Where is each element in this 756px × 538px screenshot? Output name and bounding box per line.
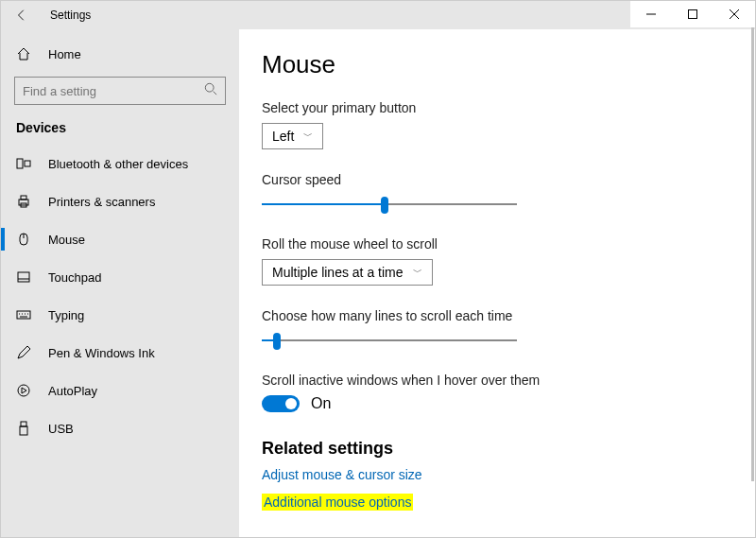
scroll-mode-value: Multiple lines at a time (272, 265, 404, 280)
cursor-speed-slider[interactable] (262, 195, 517, 214)
slider-thumb[interactable] (381, 197, 388, 214)
sidebar-item-mouse[interactable]: Mouse (1, 220, 239, 258)
sidebar-item-label: Typing (48, 308, 84, 322)
svg-rect-20 (21, 422, 26, 426)
mouse-icon (16, 232, 31, 247)
sidebar-item-keyboard[interactable]: Typing (1, 296, 239, 334)
close-button[interactable] (713, 1, 755, 27)
svg-rect-11 (18, 272, 29, 282)
window-title: Settings (50, 9, 91, 22)
sidebar: Home Devices Bluetooth & other devicesPr… (1, 29, 239, 537)
svg-point-19 (18, 385, 29, 396)
search-input[interactable] (23, 84, 204, 98)
sidebar-item-label: AutoPlay (48, 384, 97, 398)
slider-thumb[interactable] (273, 333, 281, 350)
toggle-track (262, 395, 300, 412)
svg-rect-21 (20, 426, 27, 435)
scroll-mode-dropdown[interactable]: Multiple lines at a time ﹀ (262, 259, 433, 286)
svg-rect-13 (17, 311, 30, 319)
toggle-state-text: On (311, 395, 331, 412)
chevron-down-icon: ﹀ (303, 130, 313, 143)
sidebar-item-autoplay[interactable]: AutoPlay (1, 372, 239, 409)
primary-button-value: Left (272, 129, 294, 144)
home-icon (16, 46, 31, 61)
search-icon (204, 82, 217, 99)
content-area: Mouse Select your primary button Left ﹀ … (239, 29, 755, 537)
scroll-lines-slider[interactable] (262, 331, 517, 350)
page-title: Mouse (262, 50, 755, 79)
bluetooth-devices-icon (16, 156, 31, 171)
maximize-button[interactable] (672, 1, 713, 27)
svg-rect-4 (17, 159, 23, 168)
sidebar-item-usb[interactable]: USB (1, 409, 239, 447)
svg-rect-5 (25, 161, 30, 166)
settings-window: Settings Home (0, 0, 756, 538)
vertical-scrollbar[interactable] (751, 27, 754, 481)
inactive-scroll-label: Scroll inactive windows when I hover ove… (262, 373, 755, 388)
minimize-button[interactable] (630, 1, 672, 27)
related-settings-header: Related settings (262, 439, 755, 459)
svg-rect-1 (689, 10, 697, 19)
cursor-speed-label: Cursor speed (262, 172, 755, 187)
chevron-down-icon: ﹀ (413, 266, 422, 279)
keyboard-icon (16, 307, 31, 322)
sidebar-item-bluetooth-devices[interactable]: Bluetooth & other devices (1, 145, 239, 182)
primary-button-label: Select your primary button (262, 100, 755, 115)
body: Home Devices Bluetooth & other devicesPr… (1, 29, 755, 537)
svg-rect-7 (21, 196, 26, 200)
home-label: Home (48, 47, 81, 61)
sidebar-item-label: Bluetooth & other devices (48, 157, 188, 171)
sidebar-item-touchpad[interactable]: Touchpad (1, 258, 239, 296)
window-controls (630, 1, 755, 27)
pen-icon (16, 345, 31, 360)
sidebar-item-printer[interactable]: Printers & scanners (1, 182, 239, 220)
touchpad-icon (16, 269, 31, 285)
autoplay-icon (16, 383, 31, 398)
scroll-mode-label: Roll the mouse wheel to scroll (262, 236, 755, 252)
sidebar-item-label: Printers & scanners (48, 195, 155, 209)
back-button[interactable] (7, 1, 37, 29)
adjust-mouse-link[interactable]: Adjust mouse & cursor size (262, 467, 422, 482)
sidebar-item-label: Pen & Windows Ink (48, 346, 155, 360)
primary-button-dropdown[interactable]: Left ﹀ (262, 123, 323, 149)
printer-icon (16, 194, 31, 209)
sidebar-item-pen[interactable]: Pen & Windows Ink (1, 334, 239, 372)
svg-line-3 (214, 92, 217, 95)
category-header: Devices (1, 114, 239, 145)
sidebar-item-label: Mouse (48, 233, 85, 247)
home-nav[interactable]: Home (1, 37, 239, 71)
search-box[interactable] (14, 77, 226, 105)
titlebar: Settings (1, 1, 755, 29)
svg-point-2 (205, 83, 214, 92)
toggle-knob (285, 398, 297, 409)
usb-icon (16, 421, 31, 436)
sidebar-item-label: Touchpad (48, 270, 101, 285)
sidebar-item-label: USB (48, 422, 74, 436)
scroll-lines-label: Choose how many lines to scroll each tim… (262, 308, 755, 323)
inactive-scroll-toggle[interactable]: On (262, 395, 331, 412)
additional-mouse-options-link[interactable]: Additional mouse options (262, 494, 413, 511)
